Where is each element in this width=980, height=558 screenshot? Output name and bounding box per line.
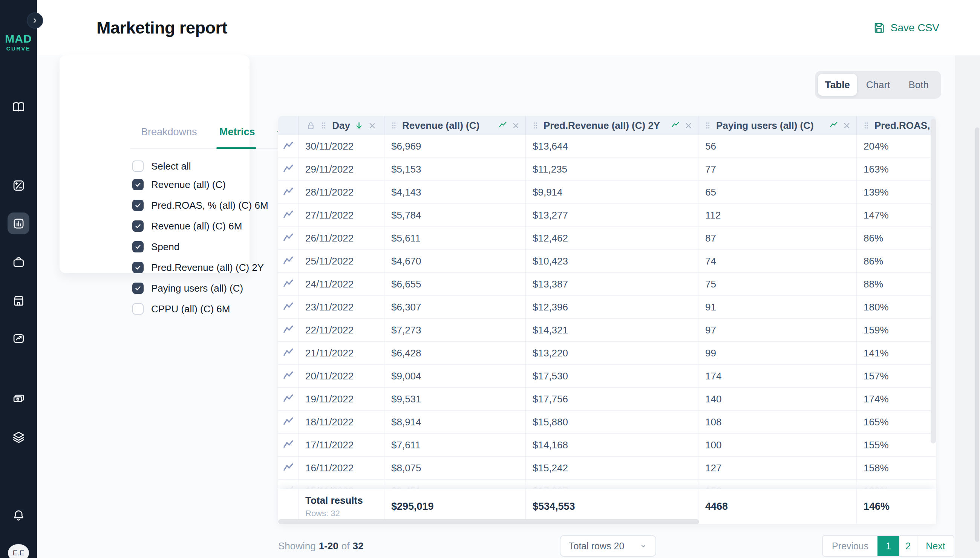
tab-breakdowns[interactable]: Breakdowns bbox=[141, 126, 197, 138]
totals-value-cell: 4468 bbox=[699, 489, 857, 524]
metric-checkbox-row[interactable]: Revenue (all) (C) bbox=[132, 177, 226, 192]
table-cell: $9,004 bbox=[385, 365, 526, 387]
column-header[interactable]: Pred.ROAS, % (all) (C) 6M bbox=[857, 116, 936, 135]
table-cell: 86% bbox=[857, 227, 936, 249]
sidebar-item-notifications[interactable] bbox=[0, 504, 37, 526]
table-cell: 88% bbox=[857, 273, 936, 295]
previous-page-button[interactable]: Previous bbox=[823, 536, 878, 556]
page-title: Marketing report bbox=[97, 0, 227, 56]
metric-checkbox-row[interactable]: Paying users (all) (C) bbox=[132, 281, 243, 296]
row-sparkline-icon bbox=[283, 462, 294, 474]
row-sparkline-icon bbox=[283, 233, 294, 244]
table-cell: 141% bbox=[857, 342, 936, 364]
table-cell: 158% bbox=[857, 457, 936, 479]
table-horizontal-scrollbar[interactable] bbox=[278, 519, 699, 524]
table-cell: $6,428 bbox=[385, 342, 526, 364]
metric-checkbox-row[interactable]: Pred.Revenue (all) (C) 2Y bbox=[132, 260, 264, 275]
checked-checkbox[interactable] bbox=[132, 262, 144, 273]
table-cell: $5,611 bbox=[385, 227, 526, 249]
table-cell: 56 bbox=[699, 135, 857, 158]
table-cell: $5,784 bbox=[385, 204, 526, 226]
column-header[interactable]: Paying users (all) (C) bbox=[699, 116, 857, 135]
showing-range: 1-20 bbox=[319, 540, 339, 552]
table-cell: 77 bbox=[699, 158, 857, 181]
table-cell: 23/11/2022 bbox=[299, 296, 385, 318]
unchecked-checkbox[interactable] bbox=[132, 161, 144, 172]
row-sparkline-icon bbox=[283, 393, 294, 405]
sidebar-item-storefront[interactable] bbox=[0, 289, 37, 311]
table-cell: 99 bbox=[699, 342, 857, 364]
table-cell: 18/11/2022 bbox=[299, 411, 385, 433]
view-option-chart[interactable]: Chart bbox=[858, 74, 898, 96]
column-header[interactable]: Revenue (all) (C) bbox=[385, 116, 526, 135]
row-sparkline-cell bbox=[278, 204, 299, 226]
performance-icon bbox=[12, 332, 25, 345]
briefcase-icon bbox=[12, 256, 25, 269]
table-row: 16/11/2022$8,075$15,242127158% bbox=[278, 457, 936, 480]
totals-value-cell: $534,553 bbox=[526, 489, 699, 524]
table-cell: $14,321 bbox=[526, 319, 699, 341]
sidebar-item-briefcase[interactable] bbox=[0, 251, 37, 273]
page-button-2[interactable]: 2 bbox=[899, 536, 917, 556]
table-cell: 91 bbox=[699, 296, 857, 318]
results-summary: Showing 1-20 of 32 bbox=[278, 535, 363, 557]
totals-value-cell: 146% bbox=[857, 489, 936, 524]
table-row: 18/11/2022$8,914$15,880108165% bbox=[278, 411, 936, 434]
unchecked-checkbox[interactable] bbox=[132, 303, 144, 315]
save-floppy-icon bbox=[873, 21, 885, 34]
table-cell: $10,423 bbox=[526, 250, 699, 272]
row-sparkline-cell bbox=[278, 434, 299, 456]
table-cell: 21/11/2022 bbox=[299, 342, 385, 364]
sidebar-item-performance[interactable] bbox=[0, 327, 37, 349]
row-sparkline-cell bbox=[278, 296, 299, 318]
row-sparkline-icon bbox=[283, 141, 294, 152]
total-rows-select[interactable]: Total rows 20 bbox=[560, 535, 656, 557]
table-row: 23/11/2022$6,307$12,39691180% bbox=[278, 296, 936, 319]
sidebar-item-analytics[interactable] bbox=[0, 212, 37, 235]
table-vertical-scrollbar[interactable] bbox=[931, 119, 936, 443]
checked-checkbox[interactable] bbox=[132, 220, 144, 232]
showing-of: of bbox=[342, 540, 350, 552]
metric-checkbox-row[interactable]: Revenue (all) (C) 6M bbox=[132, 218, 242, 234]
sidebar-item-payments[interactable] bbox=[0, 388, 37, 410]
metric-checkbox-row[interactable]: CPPU (all) (C) 6M bbox=[132, 301, 230, 317]
checked-checkbox[interactable] bbox=[132, 200, 144, 211]
chevron-right-icon bbox=[32, 17, 38, 24]
row-sparkline-cell bbox=[278, 158, 299, 181]
metric-checkbox-row[interactable]: Spend bbox=[132, 239, 179, 254]
avatar[interactable]: E.E bbox=[8, 544, 29, 558]
checkbox-label: Revenue (all) (C) bbox=[151, 179, 226, 190]
row-sparkline-icon bbox=[283, 370, 294, 382]
totals-rows-count: Rows: 32 bbox=[305, 509, 363, 519]
row-sparkline-cell bbox=[278, 342, 299, 364]
page-scrollbar[interactable] bbox=[975, 127, 979, 542]
madcurve-logo: MAD CURVE bbox=[0, 33, 37, 51]
checked-checkbox[interactable] bbox=[132, 241, 144, 253]
table-cell: 140 bbox=[699, 388, 857, 410]
checked-checkbox[interactable] bbox=[132, 282, 144, 294]
row-sparkline-icon bbox=[283, 279, 294, 290]
next-page-button[interactable]: Next bbox=[917, 536, 953, 556]
checked-checkbox[interactable] bbox=[132, 179, 144, 190]
column-header[interactable]: Pred.Revenue (all) (C) 2Y bbox=[526, 116, 699, 135]
metric-checkbox-row[interactable]: Pred.ROAS, % (all) (C) 6M bbox=[132, 198, 268, 213]
table-row: 30/11/2022$6,969$13,64456204% bbox=[278, 135, 936, 158]
view-option-table[interactable]: Table bbox=[818, 74, 857, 96]
tabs-divider bbox=[130, 148, 298, 149]
table-row: 26/11/2022$5,611$12,4628786% bbox=[278, 227, 936, 250]
table-cell: 165% bbox=[857, 411, 936, 433]
table-cell: $15,242 bbox=[526, 457, 699, 479]
page-button-1[interactable]: 1 bbox=[878, 536, 899, 556]
sidebar-item-calculations[interactable] bbox=[0, 174, 37, 196]
sidebar-item-book-open[interactable] bbox=[0, 96, 37, 118]
select-all-checkbox-row[interactable]: Select all bbox=[132, 159, 191, 174]
tab-metrics[interactable]: Metrics bbox=[219, 126, 255, 138]
column-header[interactable]: Day bbox=[299, 116, 385, 135]
save-csv-button[interactable]: Save CSV bbox=[873, 0, 939, 56]
table-cell: $8,914 bbox=[385, 411, 526, 433]
sidebar-collapse-button[interactable] bbox=[27, 12, 43, 29]
view-option-both[interactable]: Both bbox=[899, 74, 938, 96]
checkbox-label: CPPU (all) (C) 6M bbox=[151, 303, 230, 315]
sidebar-item-layers[interactable] bbox=[0, 426, 37, 448]
row-sparkline-icon bbox=[283, 416, 294, 428]
